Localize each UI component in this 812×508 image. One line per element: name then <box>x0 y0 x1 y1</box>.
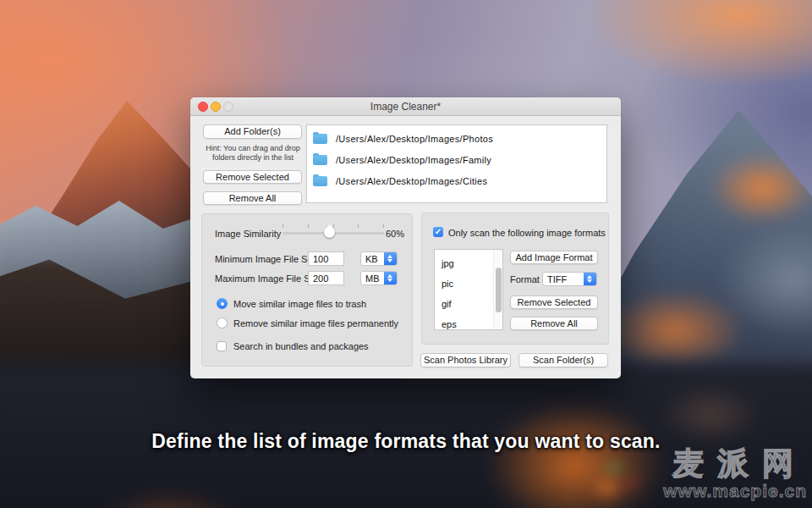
folder-path: /Users/Alex/Desktop/Images/Photos <box>336 134 493 144</box>
similarity-value: 60% <box>386 229 404 239</box>
min-size-unit-popup[interactable]: KB <box>360 251 398 266</box>
remove-selected-format-button[interactable]: Remove Selected <box>510 295 598 309</box>
folder-row[interactable]: /Users/Alex/Desktop/Images/Photos <box>307 128 606 149</box>
image-cleaner-window: Image Cleaner* Add Folder(s) Hint: You c… <box>190 97 621 378</box>
folder-path: /Users/Alex/Desktop/Images/Cities <box>336 176 487 186</box>
radio-move-to-trash-label: Move similar image files to trash <box>233 299 366 309</box>
slider-ticks <box>283 224 384 228</box>
format-list-item[interactable]: jpg <box>435 253 502 273</box>
only-scan-formats-checkbox[interactable]: ✓ <box>433 227 443 237</box>
format-list-item[interactable]: gif <box>435 294 502 314</box>
scan-settings-group: Image Similarity 60% Minimum Image File … <box>201 213 413 367</box>
min-size-input[interactable]: 100 <box>308 251 344 266</box>
drag-drop-hint: Hint: You can drag and drop folders dire… <box>196 144 310 163</box>
min-size-label: Minimum Image File Size <box>215 254 319 264</box>
folder-list[interactable]: /Users/Alex/Desktop/Images/Photos/Users/… <box>306 124 607 203</box>
watermark: 麦派网 www.macpie.cn <box>612 447 807 500</box>
stepper-icon[interactable] <box>384 252 397 265</box>
scrollbar[interactable] <box>493 250 502 329</box>
bundles-checkbox[interactable] <box>217 341 227 351</box>
slider-thumb[interactable] <box>324 227 335 238</box>
add-image-format-button[interactable]: Add Image Format <box>510 251 598 264</box>
image-similarity-label: Image Similarity <box>215 229 281 239</box>
scan-photos-library-button[interactable]: Scan Photos Library <box>420 353 511 367</box>
folder-icon <box>313 155 327 165</box>
folder-icon <box>313 134 327 144</box>
max-size-input[interactable]: 200 <box>308 271 344 285</box>
format-list-item[interactable]: pic <box>435 273 502 294</box>
add-folders-button[interactable]: Add Folder(s) <box>203 124 302 139</box>
radio-remove-permanently-label: Remove similar image files permanently <box>233 318 398 329</box>
image-similarity-slider[interactable] <box>283 221 384 241</box>
watermark-url: www.macpie.cn <box>612 482 807 500</box>
folder-icon <box>313 176 327 186</box>
stepper-icon[interactable] <box>384 272 397 284</box>
only-scan-formats-label: Only scan the following image formats <box>448 228 606 238</box>
watermark-title: 麦派网 <box>612 447 807 481</box>
window-title: Image Cleaner* <box>190 101 621 113</box>
title-bar[interactable]: Image Cleaner* <box>190 97 621 116</box>
max-size-unit-popup[interactable]: MB <box>360 271 398 285</box>
max-size-label: Maximum Image File Size <box>215 273 322 284</box>
folder-path: /Users/Alex/Desktop/Images/Family <box>336 155 491 165</box>
image-formats-group: ✓ Only scan the following image formats … <box>421 213 609 345</box>
scan-folders-button[interactable]: Scan Folder(s) <box>518 353 608 367</box>
bundles-checkbox-label: Search in bundles and packages <box>233 341 369 351</box>
remove-all-formats-button[interactable]: Remove All <box>510 317 598 330</box>
remove-all-folders-button[interactable]: Remove All <box>203 191 302 205</box>
format-list[interactable]: jpgpicgifeps <box>434 249 503 330</box>
folder-row[interactable]: /Users/Alex/Desktop/Images/Family <box>307 149 606 170</box>
folder-row[interactable]: /Users/Alex/Desktop/Images/Cities <box>307 170 606 191</box>
stepper-icon[interactable] <box>584 273 596 285</box>
radio-remove-permanently[interactable] <box>217 318 228 329</box>
remove-selected-folders-button[interactable]: Remove Selected <box>203 170 302 184</box>
format-popup[interactable]: TIFF <box>542 272 597 286</box>
format-label: Format <box>510 274 540 284</box>
radio-move-to-trash[interactable] <box>217 298 228 309</box>
format-list-item[interactable]: eps <box>435 314 502 330</box>
scrollbar-thumb[interactable] <box>496 268 502 312</box>
